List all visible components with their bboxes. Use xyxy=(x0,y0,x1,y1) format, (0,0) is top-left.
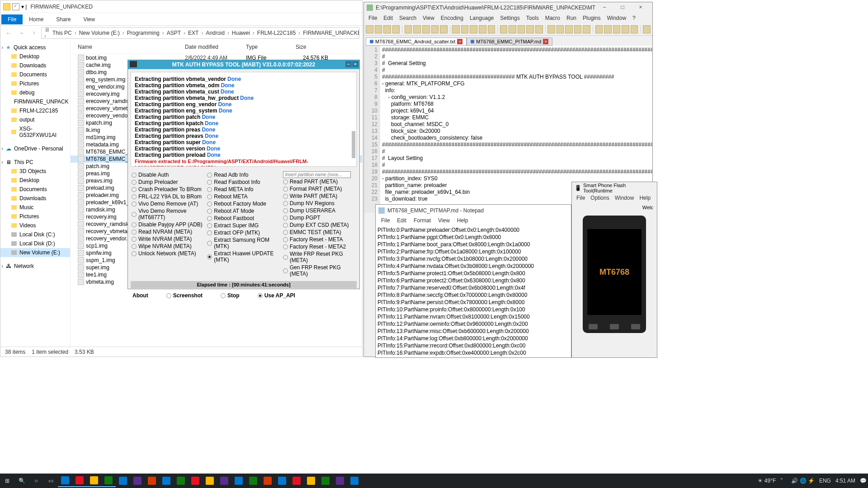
taskbar-app[interactable] xyxy=(275,474,289,487)
toolbar-icon[interactable] xyxy=(631,25,638,33)
taskbar-app[interactable] xyxy=(333,474,347,487)
mtk-option[interactable]: Gen FRP Reset PKG (META) xyxy=(283,264,356,277)
menu-item[interactable]: File xyxy=(377,216,393,225)
sidebar-item[interactable]: XSG-G532FXWU1AI xyxy=(0,124,70,140)
mtk-option[interactable]: Reboot Fastboot xyxy=(207,215,280,222)
taskbar-app[interactable] xyxy=(116,474,130,487)
toolbar-icon[interactable] xyxy=(422,25,430,33)
menu-item[interactable]: Search xyxy=(396,14,419,22)
toolbar-icon[interactable] xyxy=(622,25,629,33)
sidebar-item[interactable]: Music xyxy=(0,203,70,212)
mtk-option[interactable]: Read META Info xyxy=(207,186,280,193)
mtk-option[interactable]: Read PART (META) xyxy=(283,178,356,185)
breadcrumb-item[interactable]: FRLM-L22C185 xyxy=(255,30,297,36)
toolbar-icon[interactable] xyxy=(461,25,469,33)
toolbar-icon[interactable] xyxy=(375,25,382,33)
menu-item[interactable]: View xyxy=(434,216,453,225)
col-type[interactable]: Type xyxy=(242,42,292,52)
sidebar-item[interactable]: FRLM-L22C185 xyxy=(0,106,70,115)
weather-widget[interactable]: ☀ 49°F xyxy=(758,478,776,484)
mtk-option[interactable]: Unlock Network (META) xyxy=(132,250,204,257)
mtk-option[interactable]: Read Adb Info xyxy=(207,171,280,178)
sidebar-item[interactable]: New Volume (E:) xyxy=(0,248,70,257)
breadcrumb-item[interactable]: New Volume (E:) xyxy=(77,30,122,36)
menu-item[interactable]: Run xyxy=(564,14,579,22)
menu-item[interactable]: Edit xyxy=(381,14,396,22)
notepad-body[interactable]: PITInfo:0:PartName:preloader:Offset:0x0:… xyxy=(376,225,571,357)
task-view-button[interactable]: ▭ xyxy=(43,474,58,487)
mtk-option[interactable]: Extract OFP (MTK) xyxy=(207,229,280,236)
mtk-option[interactable]: Wipe NVRAM (META) xyxy=(132,243,204,250)
tab-view[interactable]: View xyxy=(77,14,101,24)
mtk-option[interactable]: Dump Preloader xyxy=(132,178,204,186)
up-button[interactable]: ↑ xyxy=(28,28,39,38)
toolbar-icon[interactable] xyxy=(500,25,508,33)
toolbar-icon[interactable] xyxy=(405,25,412,33)
maximize-button[interactable]: □ xyxy=(613,3,632,12)
taskbar-app[interactable] xyxy=(159,474,174,487)
mtk-option[interactable]: Write FRP Reset PKG (META) xyxy=(283,250,356,264)
mtk-option[interactable]: Reboot Factory Mode xyxy=(207,200,280,207)
mtk-option[interactable]: Extract Super IMG xyxy=(207,222,280,229)
sidebar-item[interactable]: Downloads xyxy=(0,61,70,70)
taskbar-app[interactable] xyxy=(58,474,72,487)
sidebar-item[interactable]: Desktop xyxy=(0,176,70,185)
use-api-radio[interactable] xyxy=(258,293,263,298)
breadcrumb-item[interactable]: Android xyxy=(204,30,226,36)
toolbar-icon[interactable] xyxy=(470,25,477,33)
editor-tab[interactable]: MT6768_EMMC_Android_scatter.txt× xyxy=(366,38,467,46)
col-size[interactable]: Size xyxy=(292,42,337,52)
partition-name-input[interactable] xyxy=(283,171,351,178)
screenshot-radio[interactable] xyxy=(166,293,171,298)
taskbar-app[interactable] xyxy=(188,474,203,487)
toolbar-icon[interactable] xyxy=(366,25,373,33)
taskbar-app[interactable] xyxy=(203,474,217,487)
toolbar-icon[interactable] xyxy=(431,25,439,33)
mtk-option[interactable]: Reboot AT Mode xyxy=(207,207,280,215)
mtk-option[interactable]: Vivo Demo Remove (AT) xyxy=(132,200,204,207)
breadcrumb-item[interactable]: Programming xyxy=(125,30,161,36)
toolbar-icon[interactable] xyxy=(583,25,590,33)
properties-icon[interactable] xyxy=(12,3,19,10)
taskbar-app[interactable] xyxy=(347,474,362,487)
mtk-option[interactable]: Dump PGPT xyxy=(283,214,356,221)
sidebar-item[interactable]: Pictures xyxy=(0,212,70,221)
sidebar-item[interactable]: Pictures xyxy=(0,79,70,88)
sidebar-network[interactable]: 🖧Network xyxy=(0,262,70,271)
taskbar-app[interactable] xyxy=(289,474,304,487)
search-button[interactable]: 🔍 xyxy=(14,474,29,487)
toolbar-icon[interactable] xyxy=(613,25,621,33)
breadcrumb-item[interactable]: Huawei xyxy=(230,30,252,36)
breadcrumb-item[interactable]: EXT xyxy=(186,30,200,36)
tab-home[interactable]: Home xyxy=(23,14,50,24)
sidebar-item[interactable]: 3D Objects xyxy=(0,167,70,176)
mtk-option[interactable]: Reboot META xyxy=(207,193,280,200)
mtk-option[interactable]: Read NVRAM (META) xyxy=(132,228,204,235)
sidebar-item[interactable]: Downloads xyxy=(0,194,70,203)
toolbar-icon[interactable] xyxy=(479,25,486,33)
sidebar-item[interactable]: Desktop xyxy=(0,52,70,61)
taskbar-app[interactable] xyxy=(260,474,275,487)
mtk-option[interactable]: Factory Reset - META2 xyxy=(283,243,356,250)
taskbar-app[interactable] xyxy=(304,474,318,487)
mtk-option[interactable]: Extract Samsung ROM (MTK) xyxy=(207,236,280,250)
toolbar-icon[interactable] xyxy=(565,25,573,33)
sidebar-onedrive[interactable]: ☁OneDrive - Personal xyxy=(0,144,70,153)
cortana-button[interactable]: ○ xyxy=(29,474,43,487)
clock[interactable]: 4:51 AM xyxy=(835,478,855,484)
mtk-option[interactable]: Factory Reset - META xyxy=(283,236,356,243)
toolbar-icon[interactable] xyxy=(383,25,391,33)
mtk-option[interactable]: Dump EXT CSD (META) xyxy=(283,221,356,229)
sidebar-item[interactable]: Local Disk (C:) xyxy=(0,230,70,239)
sidebar-item[interactable]: Documents xyxy=(0,70,70,79)
mtk-option[interactable]: Write NVRAM (META) xyxy=(132,235,204,243)
menu-item[interactable]: Format xyxy=(410,216,434,225)
toolbar-icon[interactable] xyxy=(413,25,421,33)
toolbar-icon[interactable] xyxy=(452,25,460,33)
mtk-option[interactable]: Dump NV Regions xyxy=(283,200,356,207)
menu-item[interactable]: Help xyxy=(637,194,653,203)
tray-chevron-icon[interactable]: ˄ xyxy=(780,478,787,484)
menu-item[interactable]: Help xyxy=(453,216,472,225)
mtk-option[interactable]: Extract Huawei UPDATE (MTK) xyxy=(207,250,280,263)
mtk-option[interactable]: Disable Payjoy APP (ADB) xyxy=(132,221,204,228)
